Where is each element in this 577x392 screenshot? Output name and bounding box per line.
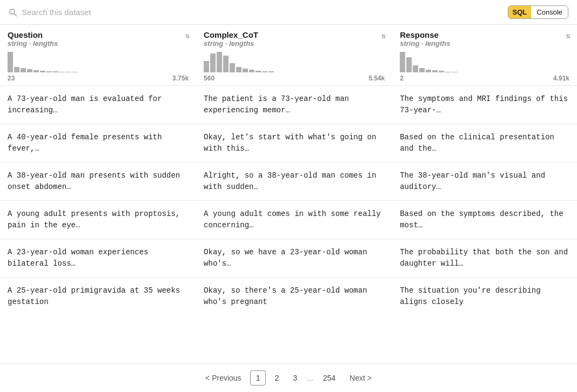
column-header-question[interactable]: Question string · lengths 23 3.75k ⇅ <box>0 25 196 86</box>
prev-button[interactable]: < Previous <box>200 371 247 385</box>
cell-question-4: A 23-year-old woman experiences bilatera… <box>0 239 196 278</box>
histogram-cot <box>204 51 385 72</box>
histogram-bar <box>53 71 58 72</box>
histogram-bar <box>426 70 431 72</box>
cell-response-0: The symptoms and MRI findings of this 73… <box>392 86 577 124</box>
svg-point-0 <box>10 9 15 14</box>
cell-response-3: Based on the symptoms described, the mos… <box>392 201 577 239</box>
histogram-bar <box>400 52 405 72</box>
col-type-cot: string · lengths <box>204 39 385 48</box>
histogram-bar <box>413 65 418 72</box>
data-table: Question string · lengths 23 3.75k ⇅ Com… <box>0 25 577 315</box>
cell-response-2: The 38-year-old man's visual and auditor… <box>392 163 577 201</box>
search-icon <box>9 8 17 17</box>
histogram-bar <box>445 72 451 72</box>
histogram-bar <box>432 70 438 72</box>
page-3-button[interactable]: 3 <box>287 371 303 385</box>
cell-response-4: The probability that both the son and da… <box>392 239 577 278</box>
svg-line-1 <box>14 13 17 16</box>
histogram-bar <box>406 57 412 72</box>
cell-question-3: A young adult presents with proptosis, p… <box>0 201 196 239</box>
sort-icon-cot[interactable]: ⇅ <box>381 31 386 40</box>
table-row[interactable]: A 25-year-old primigravida at 35 weeks g… <box>0 278 577 316</box>
hist-range-question: 23 3.75k <box>8 75 189 82</box>
histogram-bar <box>249 70 254 72</box>
page-ellipsis: ... <box>306 371 314 385</box>
cell-response-1: Based on the clinical presentation and t… <box>392 124 577 163</box>
histogram-bar <box>230 63 235 72</box>
hist-range-cot: 560 5.54k <box>204 75 385 82</box>
sort-icon-question[interactable]: ⇅ <box>185 31 190 40</box>
histogram-bar <box>14 67 19 72</box>
histogram-bar <box>33 70 39 72</box>
histogram-bar <box>256 71 261 72</box>
histogram-bar <box>452 72 457 72</box>
histogram-bar <box>419 68 425 72</box>
page-2-button[interactable]: 2 <box>269 371 284 385</box>
cell-question-0: A 73-year-old man is evaluated for incre… <box>0 86 196 124</box>
col-name-question: Question <box>8 30 189 39</box>
cell-complex_cot-1: Okay, let's start with what's going on w… <box>196 124 392 163</box>
histogram-bar <box>40 71 45 72</box>
histogram-bar <box>262 71 267 72</box>
histogram-bar <box>217 52 222 72</box>
next-button[interactable]: Next > <box>344 371 377 385</box>
histogram-bar <box>27 69 32 72</box>
histogram-bar <box>46 71 52 72</box>
cell-complex_cot-0: The patient is a 73-year-old man experie… <box>196 86 392 124</box>
cell-response-5: The situation you're describing aligns c… <box>392 278 577 316</box>
column-header-response[interactable]: Response string · lengths 2 4.91k ⇅ <box>392 25 577 86</box>
page-1-button[interactable]: 1 <box>250 370 266 386</box>
col-type-question: string · lengths <box>8 39 189 48</box>
hist-range-response: 2 4.91k <box>400 75 569 82</box>
histogram-question <box>8 51 189 72</box>
cell-question-5: A 25-year-old primigravida at 35 weeks g… <box>0 278 196 316</box>
cell-complex_cot-2: Alright, so a 38-year-old man comes in w… <box>196 163 392 201</box>
col-name-response: Response <box>400 30 569 39</box>
cell-question-1: A 40-year-old female presents with fever… <box>0 124 196 163</box>
cell-complex_cot-4: Okay, so we have a 23-year-old woman who… <box>196 239 392 278</box>
histogram-bar <box>210 53 216 72</box>
table-row[interactable]: A 73-year-old man is evaluated for incre… <box>0 86 577 124</box>
table-row[interactable]: A young adult presents with proptosis, p… <box>0 201 577 239</box>
histogram-bar <box>269 71 274 72</box>
histogram-bar <box>223 56 229 72</box>
sql-badge: SQL <box>508 6 532 18</box>
cell-complex_cot-3: A young adult comes in with some really … <box>196 201 392 239</box>
histogram-bar <box>439 71 444 72</box>
console-label: Console <box>531 6 568 18</box>
sql-console-button[interactable]: SQL Console <box>508 5 568 19</box>
histogram-bar <box>236 67 241 72</box>
table-row[interactable]: A 38-year-old man presents with sudden o… <box>0 163 577 201</box>
page-254-button[interactable]: 254 <box>318 371 341 385</box>
table-row[interactable]: A 40-year-old female presents with fever… <box>0 124 577 163</box>
histogram-bar <box>59 72 65 72</box>
histogram-response <box>400 51 569 72</box>
table-header-row: Question string · lengths 23 3.75k ⇅ Com… <box>0 25 577 86</box>
histogram-bar <box>8 52 13 72</box>
table-row[interactable]: A 23-year-old woman experiences bilatera… <box>0 239 577 278</box>
histogram-bar <box>243 69 248 72</box>
pagination: < Previous 1 2 3 ... 254 Next > <box>0 363 577 392</box>
col-name-cot: Complex_CoT <box>204 30 385 39</box>
sort-icon-response[interactable]: ⇅ <box>566 31 571 40</box>
search-placeholder: Search this dataset <box>22 8 91 17</box>
cell-question-2: A 38-year-old man presents with sudden o… <box>0 163 196 201</box>
col-type-response: string · lengths <box>400 39 569 48</box>
histogram-bar <box>204 61 209 72</box>
column-header-cot[interactable]: Complex_CoT string · lengths 560 5.54k ⇅ <box>196 25 392 86</box>
cell-complex_cot-5: Okay, so there's a 25-year-old woman who… <box>196 278 392 316</box>
search-area[interactable]: Search this dataset <box>9 8 91 17</box>
histogram-bar <box>21 68 26 72</box>
histogram-bar <box>66 72 71 72</box>
histogram-bar <box>72 72 78 72</box>
